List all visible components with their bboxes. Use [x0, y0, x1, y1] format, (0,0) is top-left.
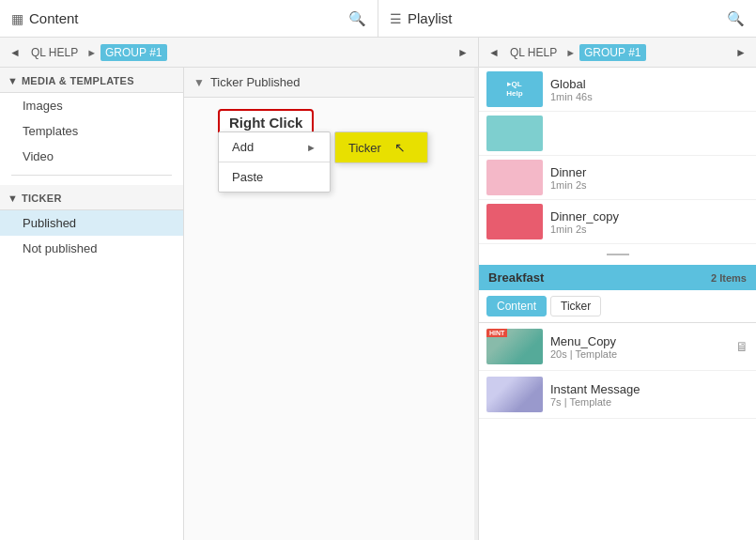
- playlist-search-button[interactable]: 🔍: [727, 10, 745, 27]
- playlist-info-global: Global 1min 46s: [550, 77, 748, 102]
- content-title: Content: [29, 10, 79, 26]
- playlist-breadcrumb-ql[interactable]: QL HELP: [505, 44, 562, 61]
- playlist-section-label: Breakfast: [488, 270, 544, 285]
- ticker-submenu-ticker[interactable]: Ticker ↖: [348, 140, 414, 155]
- context-menu-add[interactable]: Add ►: [219, 132, 330, 162]
- ticker-section-header[interactable]: ▼ TICKER: [0, 185, 183, 210]
- middle-panel: ▼ Ticker Published Right Click Add ► Pas…: [184, 68, 479, 540]
- sidebar-item-templates[interactable]: Templates: [0, 118, 183, 144]
- playlist-thumb-ql-help: ▸QLHelp: [486, 71, 543, 107]
- ticker-section-collapse-icon: ▼: [8, 193, 18, 204]
- sidebar-item-not-published[interactable]: Not published: [0, 236, 183, 261]
- ticker-submenu: Ticker ↖: [334, 131, 428, 163]
- playlist-breadcrumb: ◄ QL HELP ► GROUP #1 ►: [479, 38, 756, 67]
- content-nav-left[interactable]: ◄: [8, 44, 23, 61]
- right-playlist-panel: ▸QLHelp Global 1min 46s Dinner 1m: [479, 68, 756, 540]
- playlist-items-list: ▸QLHelp Global 1min 46s Dinner 1m: [479, 68, 756, 540]
- media-meta-menu-copy: 20s | Template: [550, 348, 728, 360]
- media-meta-instant-message: 7s | Template: [550, 396, 748, 408]
- media-name-instant-message: Instant Message: [550, 382, 748, 396]
- content-panel-header: ▦ Content 🔍: [0, 0, 378, 37]
- playlist-thumb-dinner: [486, 160, 543, 195]
- ticker-submenu-label: Ticker: [348, 141, 381, 155]
- media-section-label: MEDIA & TEMPLATES: [22, 75, 134, 86]
- playlist-info-dinner-copy: Dinner_copy 1min 2s: [550, 209, 748, 235]
- playlist-info-dinner: Dinner 1min 2s: [550, 165, 748, 191]
- media-name-menu-copy: Menu_Copy: [550, 334, 728, 348]
- playlist-name-dinner: Dinner: [550, 165, 748, 179]
- playlist-list-icon: ☰: [390, 11, 402, 26]
- media-thumb-instant-message: [486, 377, 543, 412]
- media-thumb-img-instant-message: [486, 377, 543, 412]
- playlist-breadcrumb-group[interactable]: GROUP #1: [579, 44, 645, 61]
- folder-label: Ticker Published: [210, 75, 301, 89]
- media-thumb-menu-copy: HINT: [486, 329, 543, 364]
- breadcrumb-separator-left: ►: [86, 47, 97, 58]
- cursor-pointer: ↖: [394, 140, 406, 155]
- folder-collapse-icon: ▼: [193, 76, 205, 89]
- sidebar-divider: [11, 175, 172, 176]
- playlist-name-dinner-copy: Dinner_copy: [550, 209, 748, 224]
- playlist-section-tabs: Content Ticker: [479, 290, 756, 323]
- content-breadcrumb-group[interactable]: GROUP #1: [100, 44, 166, 61]
- content-grid-icon: ▦: [11, 11, 23, 26]
- playlist-tab-ticker[interactable]: Ticker: [550, 296, 601, 316]
- media-info-instant-message: Instant Message 7s | Template: [550, 382, 748, 408]
- left-sidebar: ▼ MEDIA & TEMPLATES Images Templates Vid…: [0, 68, 184, 540]
- sidebar-item-published[interactable]: Published: [0, 210, 183, 236]
- context-menu-add-label: Add: [232, 140, 254, 154]
- playlist-title: Playlist: [408, 10, 453, 26]
- context-menu: Add ► Paste: [218, 131, 331, 193]
- folder-header: ▼ Ticker Published: [184, 68, 478, 98]
- content-breadcrumb-ql[interactable]: QL HELP: [26, 44, 83, 61]
- playlist-section-badge: 2 Items: [711, 272, 747, 284]
- playlist-duration-dinner-copy: 1min 2s: [550, 224, 748, 235]
- playlist-panel-header: ☰ Playlist 🔍: [378, 0, 756, 37]
- monitor-icon-menu-copy: 🖥: [735, 339, 748, 354]
- context-menu-add-arrow: ►: [306, 142, 316, 153]
- breadcrumb-separator-right: ►: [565, 47, 576, 58]
- media-templates-section-header[interactable]: ▼ MEDIA & TEMPLATES: [0, 68, 183, 93]
- playlist-item-global: ▸QLHelp Global 1min 46s: [479, 68, 756, 112]
- hint-badge-menu-copy: HINT: [486, 329, 507, 337]
- playlist-tab-content[interactable]: Content: [486, 296, 547, 316]
- playlist-section-breakfast: Breakfast 2 Items: [479, 265, 756, 290]
- playlist-item-blue: [479, 112, 756, 156]
- sidebar-item-video[interactable]: Video: [0, 144, 183, 169]
- playlist-divider: [607, 254, 629, 255]
- content-breadcrumb: ◄ QL HELP ► GROUP #1 ►: [0, 38, 479, 67]
- sidebar-item-images[interactable]: Images: [0, 93, 183, 118]
- playlist-thumb-dinner-copy: [486, 204, 543, 239]
- content-search-button[interactable]: 🔍: [348, 10, 366, 27]
- content-nav-right[interactable]: ►: [455, 44, 471, 61]
- playlist-item-dinner-copy: Dinner_copy 1min 2s: [479, 200, 756, 244]
- context-menu-paste-label: Paste: [232, 170, 263, 184]
- resize-handle[interactable]: [474, 68, 478, 540]
- playlist-duration-dinner: 1min 2s: [550, 179, 748, 191]
- playlist-thumb-blue: [486, 116, 543, 151]
- context-menu-paste[interactable]: Paste: [219, 162, 330, 192]
- playlist-item-dinner: Dinner 1min 2s: [479, 156, 756, 200]
- playlist-duration-global: 1min 46s: [550, 91, 748, 102]
- playlist-name-global: Global: [550, 77, 748, 91]
- playlist-nav-right[interactable]: ►: [733, 44, 748, 61]
- playlist-media-item-instant-message: Instant Message 7s | Template: [479, 371, 756, 419]
- media-section-collapse-icon: ▼: [8, 75, 18, 86]
- playlist-nav-left[interactable]: ◄: [486, 44, 501, 61]
- media-info-menu-copy: Menu_Copy 20s | Template: [550, 334, 728, 360]
- playlist-media-item-menu-copy: HINT Menu_Copy 20s | Template 🖥: [479, 323, 756, 371]
- ticker-section-label: TICKER: [22, 193, 62, 204]
